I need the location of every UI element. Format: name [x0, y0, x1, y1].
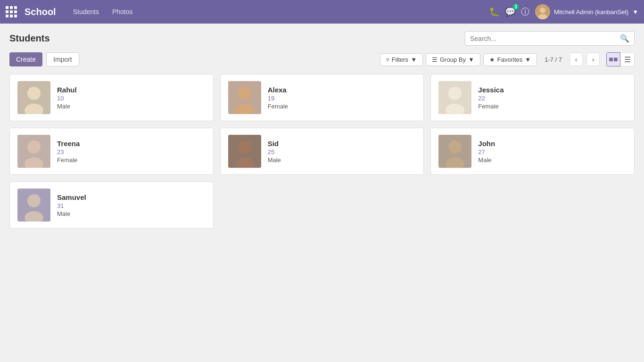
student-info: John 27 Male	[478, 140, 495, 164]
student-age: 19	[268, 95, 288, 102]
student-photo	[17, 189, 50, 222]
student-photo	[228, 81, 261, 114]
svg-point-1	[540, 8, 545, 13]
student-gender: Male	[478, 156, 495, 164]
user-dropdown-icon[interactable]: ▼	[632, 8, 638, 16]
student-age: 31	[57, 202, 86, 209]
student-age: 10	[57, 95, 77, 102]
student-gender: Female	[268, 103, 288, 110]
bug-icon[interactable]: 🐛	[489, 7, 499, 17]
student-name: John	[478, 140, 495, 148]
prev-page-button[interactable]: ‹	[570, 53, 583, 66]
student-photo	[17, 81, 50, 114]
student-card[interactable]: Treena 23 Female	[9, 128, 214, 175]
chat-badge: 3	[512, 4, 519, 10]
import-button[interactable]: Import	[46, 52, 79, 66]
filter-group: ▿ Filters ▼ ☰ Group By ▼ ★ Favorites ▼	[380, 53, 537, 66]
student-name: Alexa	[268, 86, 288, 94]
student-age: 23	[57, 148, 80, 156]
svg-point-13	[27, 140, 41, 154]
student-name: Treena	[57, 140, 80, 148]
group-by-button[interactable]: ☰ Group By ▼	[426, 53, 480, 66]
filters-dropdown-icon: ▼	[411, 56, 417, 63]
student-name: Sid	[268, 140, 281, 148]
student-card[interactable]: John 27 Male	[430, 128, 635, 175]
student-photo	[438, 135, 471, 168]
svg-point-16	[238, 140, 251, 154]
student-card[interactable]: Alexa 19 Female	[220, 74, 424, 121]
groupby-dropdown-icon: ▼	[468, 56, 474, 63]
student-card[interactable]: Rahul 10 Male	[9, 74, 214, 121]
student-gender: Female	[57, 156, 80, 164]
page-title: Students	[9, 33, 465, 44]
student-card[interactable]: Sid 25 Male	[220, 128, 424, 175]
student-card[interactable]: Jessica 22 Female	[430, 74, 635, 121]
student-gender: Female	[478, 103, 504, 110]
star-icon: ★	[489, 56, 495, 63]
student-photo	[228, 135, 261, 168]
student-gender: Male	[57, 103, 77, 110]
create-button[interactable]: Create	[9, 52, 42, 66]
search-icon[interactable]: 🔍	[620, 34, 629, 43]
student-gender: Male	[268, 156, 281, 164]
search-input[interactable]	[470, 35, 620, 42]
svg-point-22	[27, 194, 41, 207]
user-name: Mitchell Admin (kanbanSet)	[554, 8, 628, 16]
app-title: School	[25, 7, 56, 17]
student-card[interactable]: Samuvel 31 Male	[9, 181, 214, 229]
student-age: 22	[478, 95, 504, 102]
student-age: 25	[268, 148, 281, 156]
svg-point-19	[448, 140, 462, 154]
student-info: Sid 25 Male	[268, 140, 281, 164]
toolbar: Create Import ▿ Filters ▼ ☰ Group By ▼ ★…	[9, 52, 635, 66]
group-by-icon: ☰	[432, 56, 438, 63]
svg-point-4	[27, 87, 41, 100]
student-info: Samuvel 31 Male	[57, 193, 86, 217]
student-age: 27	[478, 148, 495, 156]
list-view-button[interactable]: ☰	[620, 52, 635, 66]
main-nav: Students Photos	[67, 5, 139, 18]
help-icon[interactable]: ⓘ	[521, 6, 529, 17]
favorites-button[interactable]: ★ Favorites ▼	[483, 53, 537, 66]
avatar	[535, 4, 550, 19]
student-photo	[17, 135, 50, 168]
student-gender: Male	[57, 210, 86, 217]
main-content: Students 🔍 Create Import ▿ Filters ▼ ☰ G…	[0, 24, 644, 236]
navbar: School Students Photos 🐛 💬 3 ⓘ Mitchell …	[0, 0, 644, 24]
student-info: Rahul 10 Male	[57, 86, 77, 110]
student-info: Jessica 22 Female	[478, 86, 504, 110]
navbar-right: 🐛 💬 3 ⓘ Mitchell Admin (kanbanSet) ▼	[489, 4, 638, 19]
pagination-info: 1-7 / 7	[545, 56, 562, 63]
filters-button[interactable]: ▿ Filters ▼	[380, 53, 423, 66]
student-name: Rahul	[57, 86, 77, 94]
next-page-button[interactable]: ›	[586, 53, 600, 66]
student-info: Treena 23 Female	[57, 140, 80, 164]
filter-icon: ▿	[386, 56, 389, 63]
nav-photos[interactable]: Photos	[107, 5, 139, 18]
student-name: Jessica	[478, 86, 504, 94]
students-grid: Rahul 10 Male Alexa 19 Female Jessic	[9, 74, 635, 229]
apps-menu-icon[interactable]	[6, 6, 17, 17]
search-bar: 🔍	[465, 31, 635, 46]
svg-point-7	[238, 87, 251, 100]
student-name: Samuvel	[57, 193, 86, 201]
nav-students[interactable]: Students	[67, 5, 105, 18]
page-header: Students 🔍	[9, 31, 635, 46]
favorites-dropdown-icon: ▼	[525, 56, 531, 63]
user-menu[interactable]: Mitchell Admin (kanbanSet) ▼	[535, 4, 638, 19]
view-switcher: ■■ ☰	[606, 52, 635, 66]
kanban-view-button[interactable]: ■■	[606, 52, 620, 66]
chat-icon[interactable]: 💬 3	[505, 7, 515, 17]
svg-point-10	[448, 87, 462, 100]
student-photo	[438, 81, 471, 114]
student-info: Alexa 19 Female	[268, 86, 288, 110]
